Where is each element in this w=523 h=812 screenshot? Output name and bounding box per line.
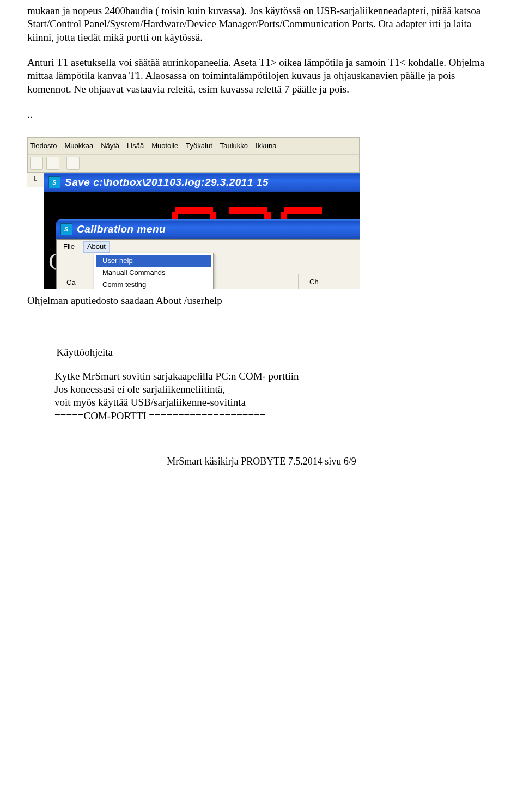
menu-muokkaa[interactable]: Muokkaa (64, 142, 93, 151)
ellipsis-mark: .. (27, 108, 496, 121)
calibration-window-icon: S (60, 223, 72, 235)
menu-tyokalut[interactable]: Työkalut (186, 142, 212, 151)
embedded-screenshot: Tiedosto Muokkaa Näytä Lisää Muotoile Ty… (27, 137, 360, 289)
menu-manual-commands[interactable]: Manuall Commands (96, 267, 211, 279)
svg-rect-6 (229, 207, 267, 214)
calibration-menubar: File About (57, 240, 360, 254)
svg-rect-11 (284, 207, 322, 214)
menu-lisaa[interactable]: Lisää (127, 142, 144, 151)
toolbar-open-icon[interactable] (46, 157, 59, 170)
outer-app-toolbar (28, 155, 359, 172)
save-window-titlebar: S Save c:\hotbox\201103.log:29.3.2011 15 (44, 173, 360, 192)
channel-header: Ch (309, 278, 360, 287)
save-window-title: Save c:\hotbox\201103.log:29.3.2011 15 (65, 176, 269, 189)
vertical-ruler: L (27, 173, 44, 187)
menu-nayta[interactable]: Näytä (101, 142, 119, 151)
menu-taulukko[interactable]: Taulukko (220, 142, 248, 151)
menu-user-help[interactable]: User help (96, 255, 211, 267)
instr-line-2: Jos koneessasi ei ole sarjaliikenneliiti… (54, 383, 496, 396)
menu-file[interactable]: File (63, 242, 75, 252)
toolbar-separator (63, 157, 63, 169)
page-footer: MrSmart käsikirja PROBYTE 7.5.2014 sivu … (27, 455, 496, 468)
calibration-title: Calibration menu (77, 223, 166, 236)
doc-paragraph-2: Anturi T1 asetuksella voi säätää aurinko… (27, 56, 496, 96)
menu-tiedosto[interactable]: Tiedosto (30, 142, 57, 151)
outer-app-menubar: Tiedosto Muokkaa Näytä Lisää Muotoile Ty… (28, 138, 359, 155)
doc-paragraph-1: mukaan ja nopeus 2400baudia ( toisin kui… (27, 4, 496, 44)
calibration-window: S Calibration menu File About User help … (56, 219, 360, 289)
window-icon: S (48, 176, 60, 188)
screenshot-caption: Ohjelman aputiedosto saadaan About /user… (27, 294, 496, 307)
menu-ikkuna[interactable]: Ikkuna (256, 142, 276, 151)
svg-rect-0 (175, 207, 213, 214)
about-dropdown-menu: User help Manuall Commands Comm testing … (94, 253, 214, 289)
kayttoohjeita-heading: =====Käyttöohjeita ==================== (27, 346, 496, 359)
channel-panel: Ch 1 2 3 4 5 6 7 8 (298, 274, 360, 289)
toolbar-new-icon[interactable] (30, 157, 43, 170)
menu-about[interactable]: About (83, 241, 110, 253)
menu-comm-testing[interactable]: Comm testing (96, 279, 211, 289)
instr-line-4: =====COM-PORTTI ==================== (54, 410, 496, 423)
instr-line-3: voit myös käyttää USB/sarjaliikenne-sovi… (54, 396, 496, 409)
menu-muotoile[interactable]: Muotoile (151, 142, 178, 151)
calibration-titlebar: S Calibration menu (56, 219, 360, 239)
instr-line-1: Kytke MrSmart sovitin sarjakaapelilla PC… (54, 370, 496, 383)
instruction-block: Kytke MrSmart sovitin sarjakaapelilla PC… (54, 370, 496, 423)
toolbar-button-icon[interactable] (66, 157, 80, 170)
